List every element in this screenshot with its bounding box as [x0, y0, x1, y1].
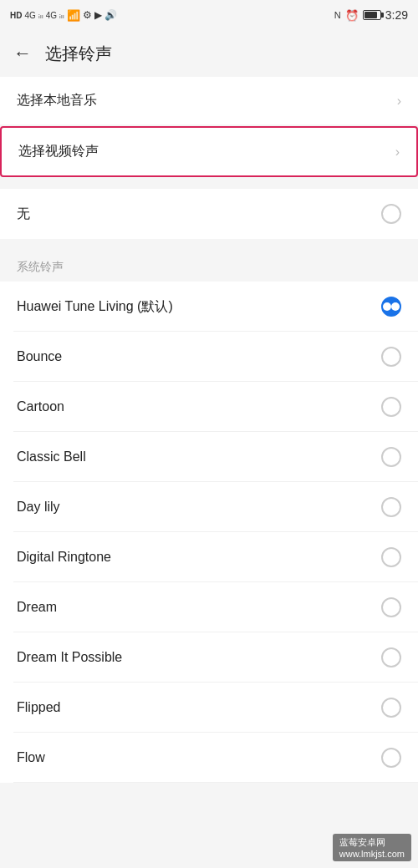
no-ring-radio[interactable]	[381, 204, 401, 224]
radio-button-7[interactable]	[381, 647, 401, 667]
ringtone-item-huawei-tune[interactable]: Huawei Tune Living (默认)	[0, 282, 418, 332]
hd-indicator: HD	[10, 11, 22, 20]
radio-button-9[interactable]	[381, 748, 401, 768]
ringtones-list: Huawei Tune Living (默认) Bounce Cartoon C…	[0, 282, 418, 783]
watermark-site: 蓝莓安卓网	[339, 837, 385, 847]
status-bar: HD 4G ᵢₗₗ 4G ᵢₗₗ 📶 ⚙ ▶ 🔊 N ⏰ 3:29	[0, 0, 418, 30]
volume-icon: 🔊	[104, 9, 117, 21]
ringtone-label-3: Classic Bell	[17, 449, 86, 464]
ringtone-item-bounce[interactable]: Bounce	[0, 332, 418, 382]
network-indicators: HD 4G ᵢₗₗ 4G ᵢₗₗ 📶 ⚙ ▶ 🔊	[10, 9, 117, 22]
radio-inner-0	[383, 302, 391, 311]
ringtone-item-flipped[interactable]: Flipped	[0, 683, 418, 733]
ringtone-label-0: Huawei Tune Living (默认)	[17, 298, 173, 316]
system-ringtones-label: 系统铃声	[17, 260, 64, 273]
time-display: 3:29	[385, 8, 408, 22]
ringtone-label-8: Flipped	[17, 700, 60, 715]
radio-button-6[interactable]	[381, 597, 401, 617]
back-button[interactable]: ←	[13, 43, 32, 64]
battery-fill	[364, 12, 377, 18]
radio-button-4[interactable]	[381, 497, 401, 517]
navigation-items-group: 选择本地音乐 ›	[0, 77, 418, 124]
no-ring-item[interactable]: 无	[0, 189, 418, 239]
watermark-url: www.lmkjst.com	[339, 849, 405, 859]
radio-button-8[interactable]	[381, 698, 401, 718]
radio-button-2[interactable]	[381, 397, 401, 417]
notification-icon: ▶	[94, 9, 102, 21]
ringtone-item-day-lily[interactable]: Day lily	[0, 482, 418, 532]
signal-bars-1: ᵢₗₗ	[38, 11, 43, 20]
battery-icon	[363, 10, 381, 20]
ringtone-item-dream-it-possible[interactable]: Dream It Possible	[0, 632, 418, 683]
ringtone-item-cartoon[interactable]: Cartoon	[0, 382, 418, 432]
signal-bars-2: ᵢₗₗ	[59, 11, 64, 20]
local-music-label: 选择本地音乐	[17, 92, 97, 109]
ringtone-label-5: Digital Ringtone	[17, 550, 111, 565]
ringtone-label-9: Flow	[17, 750, 45, 765]
video-ringtone-label: 选择视频铃声	[18, 143, 99, 160]
radio-button-5[interactable]	[381, 547, 401, 567]
nfc-icon: N	[334, 10, 341, 20]
chevron-right-icon: ›	[397, 94, 401, 109]
ringtone-item-classic-bell[interactable]: Classic Bell	[0, 432, 418, 482]
section-divider-2	[0, 239, 418, 249]
huawei-icon: ⚙	[83, 9, 92, 21]
ringtone-item-digital-ringtone[interactable]: Digital Ringtone	[0, 532, 418, 582]
signal-4g-2: 4G	[46, 11, 57, 20]
wifi-icon: 📶	[67, 9, 80, 22]
radio-button-1[interactable]	[381, 347, 401, 367]
ringtone-label-6: Dream	[17, 600, 57, 615]
page-title: 选择铃声	[45, 43, 112, 65]
ringtone-item-dream[interactable]: Dream	[0, 582, 418, 632]
no-ring-label: 无	[17, 206, 30, 223]
ringtone-label-4: Day lily	[17, 500, 60, 515]
content-area: 选择本地音乐 › 选择视频铃声 › 无 系统铃声 Huawei Tune Liv…	[0, 77, 418, 783]
chevron-right-icon-2: ›	[395, 145, 400, 160]
radio-button-3[interactable]	[381, 447, 401, 467]
ringtone-item-flow[interactable]: Flow	[0, 733, 418, 783]
radio-button-0[interactable]	[381, 297, 401, 317]
system-ringtones-header: 系统铃声	[0, 249, 418, 282]
alarm-icon: ⏰	[345, 9, 359, 22]
signal-4g-1: 4G	[24, 11, 35, 20]
video-ringtone-item[interactable]: 选择视频铃声 ›	[0, 126, 418, 177]
ringtone-label-1: Bounce	[17, 349, 62, 364]
status-bar-right: N ⏰ 3:29	[334, 8, 408, 22]
ringtone-label-7: Dream It Possible	[17, 650, 122, 665]
section-divider-1	[0, 179, 418, 189]
ringtone-label-2: Cartoon	[17, 399, 64, 414]
watermark: 蓝莓安卓网 www.lmkjst.com	[333, 834, 411, 861]
local-music-item[interactable]: 选择本地音乐 ›	[0, 77, 418, 124]
page-header: ← 选择铃声	[0, 30, 418, 77]
